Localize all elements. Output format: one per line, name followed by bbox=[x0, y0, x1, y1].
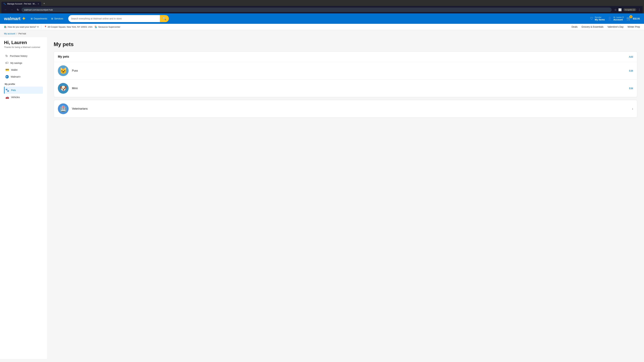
reorder-bottom: My Items bbox=[595, 18, 605, 21]
departments-button[interactable]: ⊞ Departments bbox=[29, 16, 49, 21]
account-bottom: Account bbox=[613, 18, 624, 21]
services-label: Services bbox=[54, 17, 63, 20]
greeting-hi: Hi, Lauren bbox=[4, 40, 43, 45]
reorder-top: Reorder bbox=[595, 16, 605, 18]
header-nav: ⊞ Departments ⊞ Services bbox=[29, 16, 65, 21]
pet-avatar-puss: 🐱 bbox=[58, 65, 68, 76]
new-tab-button[interactable]: + bbox=[42, 1, 46, 6]
tab-close-button[interactable]: ✕ bbox=[38, 3, 39, 5]
reload-button[interactable]: ↻ bbox=[16, 7, 20, 12]
pets-label: Pets bbox=[11, 89, 16, 91]
wallet-label: Wallet bbox=[11, 68, 18, 71]
pets-icon: 🐾 bbox=[5, 88, 9, 92]
location-pin-icon: 📍 bbox=[44, 26, 47, 28]
edit-mimi-link[interactable]: Edit bbox=[629, 87, 633, 90]
sidebar-item-vehicles[interactable]: 🚗 Vehicles bbox=[4, 94, 43, 101]
store-text: Secaucus Supercenter bbox=[98, 26, 120, 28]
sub-nav-links: Deals Grocery & Essentials Valentine's D… bbox=[572, 25, 640, 28]
tab-favicon: 🐾 bbox=[3, 3, 6, 5]
search-button[interactable]: 🔍 bbox=[160, 15, 169, 22]
vet-item: 🏥 Veterinarians › bbox=[54, 100, 637, 117]
vehicles-label: Vehicles bbox=[11, 96, 20, 98]
delivery-chevron-icon: ▾ bbox=[38, 26, 38, 28]
sidebar-profile-section: 🐾 Pets 🚗 Vehicles bbox=[4, 87, 43, 101]
walmart-plus-icon: W+ bbox=[5, 75, 9, 78]
dog-icon: 🐶 bbox=[60, 85, 67, 92]
breadcrumb-account-link[interactable]: My account bbox=[4, 32, 15, 35]
toolbar-icons: ☆ ⬜ Incognito (2) ⋮ bbox=[614, 8, 641, 11]
sub-header: 🛍️ How do you want your items? ▾ 📍 20 Co… bbox=[0, 24, 644, 30]
vet-icon: 🏥 bbox=[60, 106, 66, 112]
delivery-button[interactable]: 🛍️ How do you want your items? ▾ bbox=[4, 26, 38, 28]
sidebar-item-pets[interactable]: 🐾 Pets bbox=[4, 87, 43, 94]
add-pet-link[interactable]: Add bbox=[629, 55, 633, 58]
browser-toolbar: ← → ↻ ☆ ⬜ Incognito (2) ⋮ bbox=[1, 6, 643, 13]
location-info: 📍 20 Cooper Square, New York, NY 10003, … bbox=[44, 26, 92, 28]
back-button[interactable]: ← bbox=[3, 7, 8, 12]
cart-price: $32.91 bbox=[633, 17, 640, 20]
edit-puss-link[interactable]: Edit bbox=[629, 69, 633, 72]
profile-section-label: My profile bbox=[4, 83, 43, 85]
services-button[interactable]: ⊞ Services bbox=[50, 16, 65, 21]
cart-text: $32.91 bbox=[633, 17, 640, 20]
chevron-right-icon: › bbox=[632, 107, 633, 111]
account-top: Hi, Lauren D bbox=[613, 16, 624, 18]
account-text: Hi, Lauren D Account bbox=[613, 16, 624, 21]
greeting: Hi, Lauren Thanks for being a Walmart cu… bbox=[4, 40, 43, 48]
delivery-label: How do you want your items? bbox=[8, 26, 36, 28]
tab-bar: 🐾 Manage Account - Pet hub - W... ✕ + bbox=[1, 1, 643, 6]
menu-icon[interactable]: ⋮ bbox=[638, 8, 641, 11]
url-bar[interactable] bbox=[22, 7, 612, 12]
location-text: 20 Cooper Square, New York, NY 10003, US… bbox=[48, 26, 92, 28]
browser-chrome: 🐾 Manage Account - Pet hub - W... ✕ + ← … bbox=[0, 0, 644, 13]
walmart-logo[interactable]: walmart ✦ bbox=[4, 16, 26, 21]
cart-link[interactable]: 🛒 3 $32.91 bbox=[626, 16, 640, 21]
vertical-divider-1 bbox=[41, 25, 42, 28]
incognito-badge[interactable]: Incognito (2) bbox=[623, 8, 636, 11]
search-bar: 🔍 bbox=[68, 15, 169, 22]
walmart-plus-label: Walmart+ bbox=[11, 75, 21, 78]
account-link[interactable]: 👤 Hi, Lauren D Account bbox=[608, 16, 624, 21]
pets-card-header: My pets Add bbox=[54, 52, 637, 62]
cat-icon: 🐱 bbox=[60, 67, 67, 74]
deals-link[interactable]: Deals bbox=[572, 25, 578, 28]
vet-card[interactable]: 🏥 Veterinarians › bbox=[54, 100, 637, 118]
delivery-icon: 🛍️ bbox=[4, 26, 7, 28]
savings-label: My savings bbox=[10, 62, 22, 64]
search-input[interactable] bbox=[68, 15, 160, 22]
active-tab[interactable]: 🐾 Manage Account - Pet hub - W... ✕ bbox=[1, 2, 41, 6]
pet-name-puss: Puss bbox=[72, 69, 629, 72]
pet-avatar-mimi: 🐶 bbox=[58, 83, 68, 94]
sidebar-item-walmart-plus[interactable]: W+ Walmart+ bbox=[4, 73, 43, 80]
store-info: 🏪 Secaucus Supercenter bbox=[94, 26, 120, 28]
winter-prep-link[interactable]: Winter Prep bbox=[628, 25, 640, 28]
departments-grid-icon: ⊞ bbox=[31, 17, 33, 20]
sidebar-item-my-savings[interactable]: 🏷 My savings bbox=[4, 59, 43, 66]
sidebar: Hi, Lauren Thanks for being a Walmart cu… bbox=[0, 37, 47, 359]
vehicles-icon: 🚗 bbox=[5, 95, 9, 99]
reorder-text: Reorder My Items bbox=[595, 16, 605, 21]
my-pets-card: My pets Add 🐱 Puss Edit 🐶 Mimi Edit bbox=[54, 51, 637, 97]
header-actions: ♡ Reorder My Items 👤 Hi, Lauren D Accoun… bbox=[590, 16, 640, 21]
breadcrumb-current: Pet hub bbox=[18, 32, 26, 35]
savings-icon: 🏷 bbox=[5, 61, 8, 65]
departments-label: Departments bbox=[34, 17, 47, 20]
wallet-icon: 💳 bbox=[5, 68, 9, 72]
vet-name: Veterinarians bbox=[72, 107, 632, 110]
walmart-header: walmart ✦ ⊞ Departments ⊞ Services 🔍 ♡ R… bbox=[0, 13, 644, 24]
cart-icon-wrapper: 🛒 3 bbox=[626, 16, 632, 21]
logo-text: walmart bbox=[4, 16, 20, 21]
grocery-link[interactable]: Grocery & Essentials bbox=[582, 25, 604, 28]
profile-icon[interactable]: ⬜ bbox=[618, 8, 622, 11]
spark-icon: ✦ bbox=[22, 16, 26, 21]
bookmark-icon[interactable]: ☆ bbox=[614, 8, 617, 11]
sidebar-item-wallet[interactable]: 💳 Wallet bbox=[4, 66, 43, 73]
store-icon: 🏪 bbox=[94, 26, 97, 28]
pets-card-title: My pets bbox=[58, 55, 69, 58]
heart-icon: ♡ bbox=[590, 16, 593, 21]
valentines-link[interactable]: Valentine's Day bbox=[608, 25, 624, 28]
forward-button[interactable]: → bbox=[10, 7, 14, 12]
pet-item-mimi: 🐶 Mimi Edit bbox=[54, 80, 637, 97]
reorder-link[interactable]: ♡ Reorder My Items bbox=[590, 16, 605, 21]
sidebar-item-purchase-history[interactable]: ↻ Purchase history bbox=[4, 52, 43, 59]
